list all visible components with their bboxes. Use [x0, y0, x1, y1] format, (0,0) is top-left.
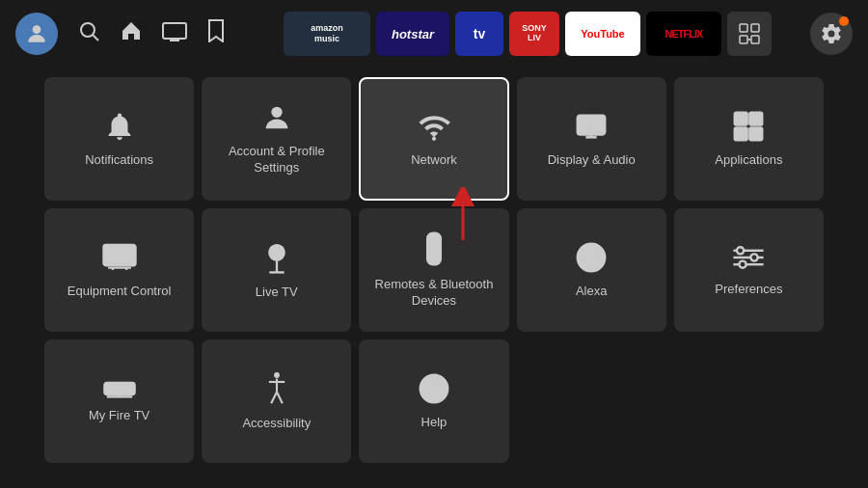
app-youtube[interactable]: YouTube — [565, 12, 640, 56]
svg-rect-40 — [435, 260, 439, 262]
grid-item-live-tv[interactable]: Live TV — [202, 208, 351, 332]
notifications-label: Notifications — [77, 152, 161, 169]
svg-rect-38 — [435, 256, 439, 258]
grid-item-account[interactable]: Account & Profile Settings — [202, 77, 351, 201]
svg-rect-50 — [104, 383, 134, 394]
help-label: Help — [414, 415, 455, 431]
apps-icon — [732, 110, 765, 143]
equipment-control-label: Equipment Control — [60, 284, 179, 300]
svg-point-0 — [33, 25, 41, 34]
settings-grid: Notifications Account & Profile Settings — [44, 77, 824, 463]
svg-point-43 — [588, 255, 594, 260]
main-content: Notifications Account & Profile Settings — [0, 68, 868, 473]
svg-point-49 — [740, 260, 746, 267]
bookmark-icon[interactable] — [206, 19, 226, 48]
svg-point-30 — [272, 248, 281, 257]
settings-notification-dot — [839, 16, 849, 26]
app-sony-liv-tv[interactable]: tv — [455, 12, 503, 56]
firetv-icon — [102, 379, 137, 398]
grid-item-accessibility[interactable]: Accessibility — [202, 339, 351, 463]
bell-icon — [103, 110, 136, 143]
svg-rect-9 — [740, 36, 747, 43]
svg-rect-3 — [163, 23, 186, 39]
app-netflix[interactable]: NETFLIX — [646, 12, 721, 56]
applications-label: Applications — [707, 152, 790, 169]
grid-item-applications[interactable]: Applications — [674, 77, 824, 201]
svg-point-54 — [274, 372, 280, 378]
accessibility-icon — [263, 371, 290, 406]
grid-item-equipment-control[interactable]: Equipment Control — [44, 208, 194, 332]
wifi-icon — [416, 110, 452, 143]
search-icon[interactable] — [77, 19, 100, 48]
grid-item-display-audio[interactable]: Display & Audio — [517, 77, 666, 201]
svg-point-47 — [737, 247, 744, 254]
tv-icon[interactable] — [162, 20, 187, 47]
nav-left — [15, 13, 226, 55]
app-amazon-music[interactable]: amazonmusic — [284, 12, 370, 56]
equipment-icon — [101, 241, 138, 274]
live-tv-label: Live TV — [248, 285, 306, 301]
preferences-label: Preferences — [707, 282, 790, 298]
svg-rect-6 — [740, 24, 747, 32]
remotes-bluetooth-label: Remotes & Bluetooth Devices — [359, 277, 508, 310]
svg-point-48 — [751, 254, 758, 260]
network-label: Network — [403, 152, 465, 169]
display-audio-label: Display & Audio — [540, 152, 643, 169]
account-label: Account & Profile Settings — [202, 144, 351, 176]
svg-rect-7 — [751, 24, 759, 32]
svg-line-57 — [271, 392, 277, 403]
svg-point-12 — [271, 107, 282, 118]
display-icon — [574, 110, 609, 143]
svg-rect-37 — [430, 256, 434, 258]
grid-item-notifications[interactable]: Notifications — [44, 77, 194, 201]
alexa-label: Alexa — [568, 284, 615, 300]
svg-point-13 — [432, 136, 436, 140]
app-hotstar[interactable]: hotstar — [376, 12, 449, 56]
antenna-icon — [260, 240, 293, 275]
help-icon — [418, 372, 450, 405]
grid-item-alexa[interactable]: Alexa — [517, 208, 666, 332]
settings-button[interactable] — [810, 13, 853, 55]
user-icon — [260, 101, 293, 134]
sliders-icon — [731, 243, 766, 272]
svg-line-2 — [94, 36, 99, 41]
svg-rect-8 — [751, 36, 759, 43]
app-sony-liv[interactable]: SONYLIV — [509, 12, 559, 56]
app-strip: amazonmusic hotstar tv SONYLIV YouTube N… — [253, 12, 802, 56]
grid-item-my-fire-tv[interactable]: My Fire TV — [44, 339, 194, 463]
grid-item-preferences[interactable]: Preferences — [674, 208, 824, 332]
svg-rect-21 — [735, 127, 747, 140]
alexa-icon — [575, 241, 608, 274]
red-arrow-annotation — [444, 187, 482, 249]
svg-point-60 — [433, 394, 434, 395]
svg-rect-18 — [735, 112, 747, 124]
svg-line-58 — [277, 392, 283, 403]
home-icon[interactable] — [120, 19, 143, 48]
grid-item-network[interactable]: Network — [359, 77, 508, 201]
grid-item-help[interactable]: Help — [359, 339, 508, 463]
app-more[interactable] — [727, 12, 772, 56]
svg-rect-19 — [750, 112, 763, 124]
svg-rect-39 — [430, 260, 434, 262]
svg-point-34 — [432, 240, 437, 245]
my-fire-tv-label: My Fire TV — [81, 408, 157, 424]
remote-icon — [423, 230, 445, 267]
svg-point-1 — [81, 23, 95, 37]
grid-item-remotes-bluetooth[interactable]: Remotes & Bluetooth Devices — [359, 208, 508, 332]
accessibility-label: Accessibility — [234, 416, 318, 432]
avatar[interactable] — [15, 13, 58, 55]
top-nav: amazonmusic hotstar tv SONYLIV YouTube N… — [0, 0, 868, 68]
